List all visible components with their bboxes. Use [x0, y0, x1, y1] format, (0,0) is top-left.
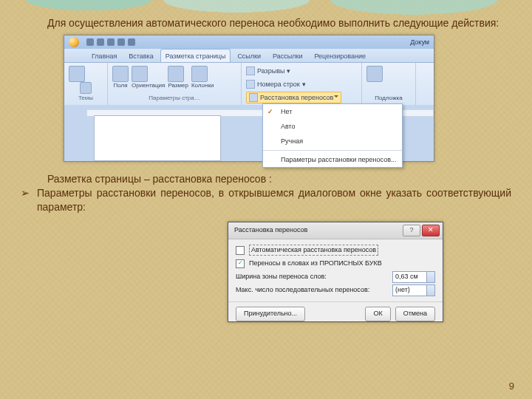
- ok-button[interactable]: ОК: [365, 307, 390, 321]
- watermark-icon[interactable]: [366, 66, 383, 82]
- group-themes: Темы: [64, 63, 108, 106]
- help-button[interactable]: ?: [403, 225, 420, 236]
- tab-review[interactable]: Рецензирование: [309, 49, 371, 62]
- ribbon-tabs: Главная Вставка Разметка страницы Ссылки…: [64, 49, 434, 63]
- hyphenation-icon: [249, 93, 258, 102]
- menu-item-none[interactable]: Нет: [263, 104, 402, 119]
- hyphenation-label: Расстановка переносов: [260, 93, 333, 102]
- page-canvas[interactable]: [94, 115, 221, 161]
- group-page-background: Подложка: [362, 63, 416, 106]
- ribbon: Темы Поля Ориентация Размер Колонки Пара…: [64, 63, 434, 106]
- tab-page-layout[interactable]: Разметка страницы: [160, 49, 231, 62]
- group-page-setup-label: Параметры стра…: [112, 95, 236, 103]
- columns-label: Колонки: [191, 82, 214, 90]
- checkbox-caps-hyphenation[interactable]: ✓: [236, 259, 245, 268]
- breaks-label[interactable]: Разрывы: [257, 66, 284, 75]
- tab-home[interactable]: Главная: [86, 49, 122, 62]
- section-line: Разметка страницы – расстановка переносо…: [47, 172, 511, 186]
- group-themes-label: Темы: [69, 95, 103, 103]
- menu-separator: [263, 150, 402, 151]
- line-numbers-label[interactable]: Номера строк: [257, 80, 300, 89]
- close-button[interactable]: ✕: [422, 225, 440, 236]
- orientation-icon[interactable]: [132, 66, 148, 82]
- page-number: 9: [509, 381, 514, 392]
- bullet-marker: ➢: [21, 186, 30, 214]
- breaks-icon[interactable]: [246, 66, 255, 75]
- size-icon[interactable]: [168, 66, 184, 82]
- margins-icon[interactable]: [112, 66, 129, 82]
- margins-label: Поля: [112, 82, 129, 90]
- tab-mailings[interactable]: Рассылки: [267, 49, 307, 62]
- group-page-setup: Поля Ориентация Размер Колонки Параметры…: [108, 63, 242, 106]
- titlebar: Докум: [64, 35, 434, 49]
- word-ribbon-screenshot: Докум Главная Вставка Разметка страницы …: [64, 35, 434, 162]
- label-zone-width: Ширина зоны переноса слов:: [236, 272, 327, 281]
- input-zone-width[interactable]: 0,63 см: [392, 271, 435, 283]
- tab-references[interactable]: Ссылки: [232, 49, 266, 62]
- label-consecutive-limit: Макс. число последовательных переносов:: [236, 285, 369, 294]
- checkbox-auto-hyphenation[interactable]: [236, 246, 245, 255]
- bullet-text: Параметры расстановки переносов, в откры…: [37, 186, 511, 214]
- menu-item-manual[interactable]: Ручная: [263, 134, 402, 149]
- intro-text: Для осуществления автоматического перено…: [47, 16, 511, 30]
- menu-item-auto[interactable]: Авто: [263, 119, 402, 134]
- hyphenation-button[interactable]: Расстановка переносов: [246, 92, 341, 103]
- tab-insert[interactable]: Вставка: [123, 49, 158, 62]
- dialog-title: Расстановка переносов: [234, 225, 307, 234]
- orientation-label: Ориентация: [132, 82, 165, 90]
- line-numbers-icon[interactable]: [246, 80, 255, 89]
- cancel-button[interactable]: Отмена: [395, 307, 435, 321]
- document-title: Докум: [410, 38, 429, 47]
- themes-icon[interactable]: [69, 66, 85, 82]
- dialog-titlebar: Расстановка переносов ? ✕: [228, 222, 443, 239]
- force-button[interactable]: Принудительно...: [236, 307, 305, 321]
- menu-item-options[interactable]: Параметры расстановки переносов...: [263, 152, 402, 167]
- columns-icon[interactable]: [191, 66, 208, 82]
- input-consecutive-limit[interactable]: (нет): [392, 284, 435, 296]
- watermark-label: Подложка: [366, 95, 411, 103]
- group-page-setup-right: Разрывы ▾ Номера строк ▾ Расстановка пер…: [242, 63, 362, 106]
- office-button[interactable]: [64, 35, 83, 49]
- size-label: Размер: [168, 82, 188, 90]
- label-caps-hyphenation: Переносы в словах из ПРОПИСНЫХ БУКВ: [249, 259, 382, 267]
- theme-colors-icon[interactable]: [80, 82, 92, 94]
- quick-access-toolbar[interactable]: [86, 38, 135, 46]
- hyphenation-dropdown-menu: Нет Авто Ручная Параметры расстановки пе…: [262, 103, 403, 168]
- label-auto-hyphenation: Автоматическая расстановка переносов: [249, 245, 378, 255]
- hyphenation-dialog: Расстановка переносов ? ✕ Автоматическая…: [228, 222, 443, 322]
